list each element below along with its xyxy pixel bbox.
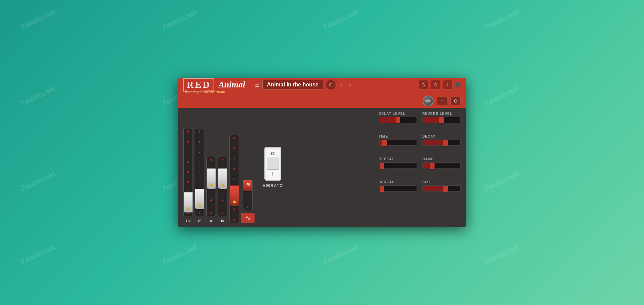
effect-reverb-level: REVERB LEVEL [422, 112, 461, 132]
reverb-level-thumb[interactable] [439, 117, 444, 123]
drawbar-handle-iv[interactable] [218, 168, 227, 189]
effect-time: TIME [379, 135, 417, 155]
status-dot [455, 82, 461, 87]
notes-button[interactable]: ≡ [437, 97, 447, 105]
effect-damp: DAMP [422, 157, 461, 177]
drawbar-handle-8[interactable] [195, 189, 204, 209]
vibrato-section: O I VIBRATO [263, 112, 283, 223]
drawbar-scale-red1: 9 8 7 6 5 4 3 2 1 [230, 135, 239, 223]
damp-thumb[interactable] [430, 163, 435, 169]
drawbar-track-iv[interactable]: 5 4 3 2 1 [218, 157, 227, 216]
vibrato-toggle[interactable]: O I [264, 147, 281, 181]
effect-size: SIZE [422, 180, 461, 200]
drawbar-label-8: 8' [198, 219, 201, 223]
drawbar-16: 9 8 7 6 5 4 3 2 1 16' [183, 128, 193, 223]
toggle-i-label: I [272, 171, 274, 177]
time-slider[interactable] [379, 140, 417, 146]
preset-name-display: Animal in the house [262, 80, 323, 89]
delay-level-fill [379, 117, 398, 123]
drawbar-handle-4[interactable] [206, 168, 216, 189]
s-button[interactable]: S [431, 80, 440, 89]
drawbar-dot-16 [187, 207, 190, 210]
effect-delay-level: DELAY LEVEL [379, 112, 417, 132]
vibrato-label: VIBRATO [263, 183, 283, 188]
preset-next-button[interactable]: › [347, 81, 353, 89]
decay-slider[interactable] [422, 140, 461, 146]
size-label: SIZE [422, 180, 461, 184]
drawbar-4: 5 4 3 2 1 4' [206, 157, 216, 223]
spread-label: SPREAD [379, 180, 417, 184]
i-button[interactable]: I [443, 80, 452, 89]
decay-thumb[interactable] [443, 140, 448, 146]
plugin-header: RED Animal ☰ Animal in the house ⊙ ‹ › G… [178, 78, 466, 108]
time-thumb[interactable] [382, 140, 387, 146]
toggle-knob[interactable] [267, 158, 279, 170]
vol-knob[interactable]: VOL [423, 96, 434, 106]
main-body: 9 8 7 6 5 4 3 2 1 16' [178, 108, 466, 227]
drawbar-track-m[interactable]: 2 1 M [243, 180, 253, 210]
time-label: TIME [379, 135, 417, 138]
drawbar-handle-red1[interactable] [229, 185, 239, 206]
m-label: M [246, 182, 250, 187]
drawbar-8: 9 8 7 6 5 4 3 2 1 8' [195, 128, 204, 223]
spread-thumb[interactable] [380, 186, 384, 192]
repeat-thumb[interactable] [380, 163, 384, 169]
delay-level-label: DELAY LEVEL [379, 112, 417, 116]
effect-decay: DECAY [422, 135, 461, 155]
hamburger-icon[interactable]: ☰ [255, 82, 260, 88]
reverb-level-fill [423, 117, 442, 123]
damp-slider[interactable] [422, 162, 461, 168]
repeat-slider[interactable] [379, 162, 417, 168]
header-bottom: VOL ≡ ⚙ [183, 96, 461, 109]
g-button[interactable]: G [419, 80, 428, 89]
drawbar-track-8[interactable]: 9 8 7 6 5 4 3 2 1 [195, 128, 204, 216]
drawbar-dot-iv [222, 184, 224, 186]
effect-spread: SPREAD [379, 180, 417, 200]
decay-fill [423, 140, 445, 145]
toggle-o-label: O [271, 151, 275, 156]
preset-prev-button[interactable]: ‹ [338, 81, 344, 89]
drawbar-iv: 5 4 3 2 1 IV [218, 157, 227, 223]
drawbar-label-iv: IV [221, 219, 224, 223]
plugin-window: RED Animal ☰ Animal in the house ⊙ ‹ › G… [178, 78, 466, 227]
spread-slider[interactable] [379, 185, 417, 191]
drawbar-track-4[interactable]: 5 4 3 2 1 [206, 157, 216, 216]
drawbar-dot-8 [199, 204, 201, 207]
effects-section: DELAY LEVEL REVERB LEVEL TIME [379, 112, 461, 223]
header-right-icons: G S I [419, 80, 461, 89]
drawbar-handle-m[interactable]: M [243, 180, 253, 191]
decay-label: DECAY [422, 135, 461, 138]
drawbar-handle-16[interactable] [183, 192, 193, 212]
drawbar-dot-4 [210, 184, 213, 186]
drawbar-track-red1[interactable]: 9 8 7 6 5 4 3 2 1 [229, 135, 239, 223]
drawbar-label-4: 4' [210, 219, 213, 223]
demo-text: Running in DEMO mode [184, 89, 461, 96]
preset-coins-icon[interactable]: ⊙ [326, 80, 336, 89]
reverb-level-slider[interactable] [422, 117, 461, 123]
preset-section: ☰ Animal in the house ⊙ ‹ › [255, 80, 353, 89]
drawbar-m: 2 1 M ∿ [241, 180, 255, 223]
logo-animal: Animal [218, 80, 245, 90]
tilde-button[interactable]: ∿ [241, 213, 255, 223]
reverb-level-label: REVERB LEVEL [422, 112, 461, 116]
drawbar-red-1: 9 8 7 6 5 4 3 2 1 [229, 135, 239, 223]
size-slider[interactable] [422, 185, 461, 191]
drawbar-dot-red1 [233, 201, 236, 203]
damp-label: DAMP [422, 157, 461, 161]
repeat-label: REPEAT [379, 157, 417, 161]
drawbar-label-16: 16' [186, 219, 191, 223]
effect-repeat: REPEAT [379, 157, 417, 177]
delay-level-thumb[interactable] [396, 117, 400, 123]
drawbars-section: 9 8 7 6 5 4 3 2 1 16' [183, 112, 255, 223]
size-fill [423, 186, 445, 191]
settings-button[interactable]: ⚙ [450, 97, 461, 105]
size-thumb[interactable] [443, 186, 448, 192]
delay-level-slider[interactable] [379, 117, 417, 123]
drawbar-track-16[interactable]: 9 8 7 6 5 4 3 2 1 [183, 128, 193, 216]
